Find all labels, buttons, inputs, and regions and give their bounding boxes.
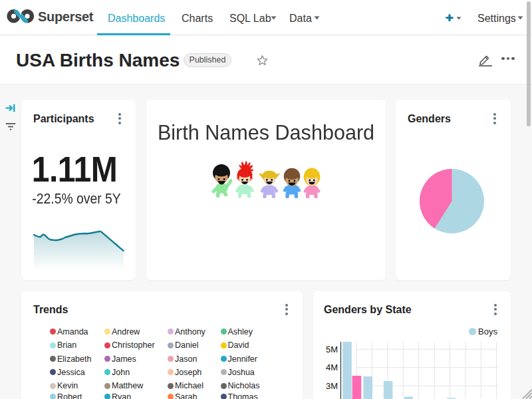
svg-text:5M: 5M — [326, 344, 338, 354]
svg-text:3M: 3M — [326, 381, 338, 391]
svg-text:4M: 4M — [326, 362, 338, 372]
